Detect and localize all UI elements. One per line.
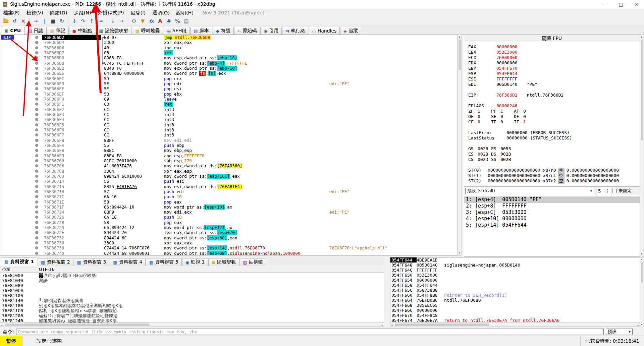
register-row[interactable]: ST(0)00000000000000000000 x87r0空0.000000… — [468, 168, 640, 173]
disasm-address[interactable]: 76F36700 — [42, 158, 101, 163]
disasm-bytes[interactable]: 55 — [101, 143, 163, 148]
disassembly-scrollbar[interactable]: ▴ ▾ — [458, 35, 462, 255]
breakpoint-dot[interactable] — [35, 252, 38, 255]
breakpoint-dot[interactable] — [35, 98, 38, 101]
disasm-row[interactable]: 76F366F3CCint3 — [0, 112, 458, 117]
register-row-ESP[interactable]: ESP054FF644 — [468, 71, 640, 76]
register-row[interactable]: ZF1PF1AF0 — [468, 109, 640, 114]
trace-over-icon[interactable]: ⇢ — [117, 17, 126, 25]
flag-value[interactable]: 1 — [478, 109, 491, 114]
disasm-address[interactable]: 76F3670B — [42, 169, 101, 174]
disasm-instruction[interactable]: mov word ptr ss:[esp+12],ax — [163, 225, 328, 230]
tab-log[interactable]: ▤日誌 — [24, 27, 46, 35]
stack-address[interactable]: 054FF654 — [390, 278, 417, 283]
disasm-instruction[interactable]: int3 — [163, 112, 328, 117]
disasm-row[interactable]: 76F36706A1 60D3FA76mov eax,dword ptr ds:… — [0, 163, 458, 168]
disasm-instruction[interactable]: push 16 — [163, 194, 328, 199]
flag-value[interactable]: 0 — [523, 109, 537, 114]
restart-run-icon[interactable]: ↻ — [58, 17, 66, 25]
flag-value[interactable]: 0 — [500, 119, 514, 125]
breakpoint-dot[interactable] — [35, 139, 38, 142]
disasm-bytes[interactable]: C9 — [101, 97, 163, 102]
stack-value[interactable]: 00000000 — [417, 308, 444, 313]
disasm-row[interactable]: 76F366FA55push ebp — [0, 143, 458, 148]
command-mode-dropdown[interactable]: 預設 ▾ — [606, 329, 633, 335]
tab-cpu[interactable]: ▣CPU — [1, 26, 24, 35]
run-to-cursor-icon[interactable]: ⇥ — [96, 17, 105, 25]
step-out-icon[interactable]: ↑ — [88, 17, 96, 25]
stack-address[interactable]: 054FF64C — [390, 268, 417, 273]
disasm-address[interactable]: 76F366F8 — [42, 138, 101, 143]
disasm-bytes[interactable]: 58 — [101, 199, 163, 205]
disasm-address[interactable]: 76F366E2 — [42, 66, 101, 71]
disasm-bytes[interactable]: 66:894424 12 — [101, 225, 163, 230]
fx-icon[interactable]: fx — [147, 17, 156, 25]
breakpoint-dot[interactable] — [35, 118, 38, 121]
disasm-instruction[interactable]: pop ebx — [163, 92, 328, 97]
register-row-ECX[interactable]: ECX76A00000 — [468, 55, 640, 60]
register-row[interactable]: OF0SF0DF0 — [468, 114, 640, 119]
breakpoint-dot[interactable] — [35, 185, 38, 188]
stack-value[interactable]: 058738B8 — [417, 288, 444, 293]
register-row[interactable]: LastStatus00000000 (STATUS_SUCCESS) — [468, 135, 640, 141]
disasm-row[interactable]: 76F36738C74424 14 706FE876mov dword ptr … — [0, 245, 458, 250]
tab-seh[interactable]: ◎SEH鏈 — [164, 27, 190, 35]
disasm-instruction[interactable]: mov dword ptr ss:[esp+6C],eax — [163, 235, 328, 240]
step-into-icon[interactable]: ↓ — [70, 17, 78, 25]
flag-value[interactable]: 002B — [500, 157, 514, 162]
disasm-instruction[interactable]: mov dword ptr ss:[esp+14],ntdll.76E86F70 — [163, 245, 328, 250]
disasm-instruction[interactable]: mov eax,dword ptr ds:[76FAD360] — [163, 163, 328, 168]
breakpoint-dot[interactable] — [35, 113, 38, 116]
tab-script[interactable]: ▨腳本 — [190, 27, 212, 35]
menu-item[interactable]: 追蹤(N) — [70, 9, 94, 17]
disasm-instruction[interactable]: push edi — [163, 189, 328, 194]
stack-address[interactable]: 054FF670 — [390, 313, 417, 318]
disasm-instruction[interactable]: pop edi — [163, 81, 328, 86]
register-row[interactable]: ST(2)00000000000000000000 x87r2空0.000000… — [468, 178, 640, 184]
disasm-instruction[interactable]: sub esp,170 — [163, 158, 328, 163]
disasm-row[interactable]: 76F366D7C3ret — [0, 50, 458, 55]
register-row-EDX[interactable]: EDX00000000 — [468, 60, 640, 66]
disasm-instruction[interactable]: int3 — [163, 132, 328, 137]
arg-row[interactable]: 4: [esp+10] 00000000 — [464, 216, 640, 222]
stack-row[interactable]: 054FF64CFFFFFFFF — [390, 268, 640, 273]
disasm-address[interactable]: 76F366D7 — [42, 50, 101, 55]
disasm-bytes[interactable]: 6A 16 — [101, 194, 163, 199]
breakpoint-dot[interactable] — [35, 170, 38, 173]
disasm-instruction[interactable]: mov edi,ecx — [163, 210, 328, 215]
arg-row[interactable]: 3: [esp+C] 053E3000 — [464, 209, 640, 216]
dump-hscrollbar[interactable]: ◂ ▸ — [0, 323, 384, 327]
register-row[interactable]: LastError00000000 (ERROR_SUCCESS) — [468, 130, 640, 135]
disasm-row[interactable]: 76F366ED5Fpop ediedi:"PE" — [0, 81, 458, 86]
disasm-bytes[interactable]: 6A 18 — [101, 215, 163, 220]
breakpoint-dot[interactable] — [35, 154, 38, 157]
disasm-bytes[interactable]: 40 — [101, 45, 163, 50]
disasm-row[interactable]: 76F3671F66:894424 10mov word ptr ss:[esp… — [0, 205, 458, 210]
breakpoint-dot[interactable] — [35, 175, 38, 178]
flag-value[interactable]: 002B — [500, 152, 514, 157]
stack-address[interactable]: 054FF650 — [390, 273, 417, 278]
step-over-icon[interactable]: ↷ — [79, 17, 87, 25]
stack-value[interactable]: 053E3000 — [417, 273, 444, 278]
disasm-bytes[interactable]: 33C0 — [101, 40, 163, 45]
stack-row[interactable]: 054FF67476E30E7Areturn to ntdll.76E30E7A… — [390, 318, 640, 323]
breakpoint-dot[interactable] — [35, 190, 38, 193]
disasm-address[interactable]: 76F366F5 — [42, 122, 101, 127]
disasm-instruction[interactable]: jmp ntdll.76F366DB — [163, 35, 328, 40]
disasm-row[interactable]: 76F366F6CCint3 — [0, 127, 458, 132]
disasm-row[interactable]: 76F3671C6A 16push 16 — [0, 194, 458, 199]
disasm-instruction[interactable]: pop eax — [163, 220, 328, 225]
breakpoint-dot[interactable] — [35, 231, 38, 234]
dump-row[interactable]: 76E81100 — [0, 293, 384, 298]
disasm-instruction[interactable]: xor eax,esp — [163, 169, 328, 174]
register-value[interactable]: 054FF644 — [496, 71, 518, 76]
dump-address[interactable]: 76E81000 — [0, 273, 39, 278]
register-value[interactable]: 00000000 — [496, 44, 518, 50]
dump-address[interactable]: 76E81100 — [0, 293, 39, 298]
disasm-instruction[interactable]: lea eax,dword ptr ss:[esp+70] — [163, 230, 328, 235]
disasm-bytes[interactable]: 898424 6C010000 — [101, 174, 163, 179]
stack-row[interactable]: 054FF658054FF644 — [390, 283, 640, 288]
disasm-address[interactable]: 76F36726 — [42, 215, 101, 220]
disasm-address[interactable]: 76F366F4 — [42, 117, 101, 122]
disasm-instruction[interactable]: xor eax,eax — [163, 40, 328, 45]
